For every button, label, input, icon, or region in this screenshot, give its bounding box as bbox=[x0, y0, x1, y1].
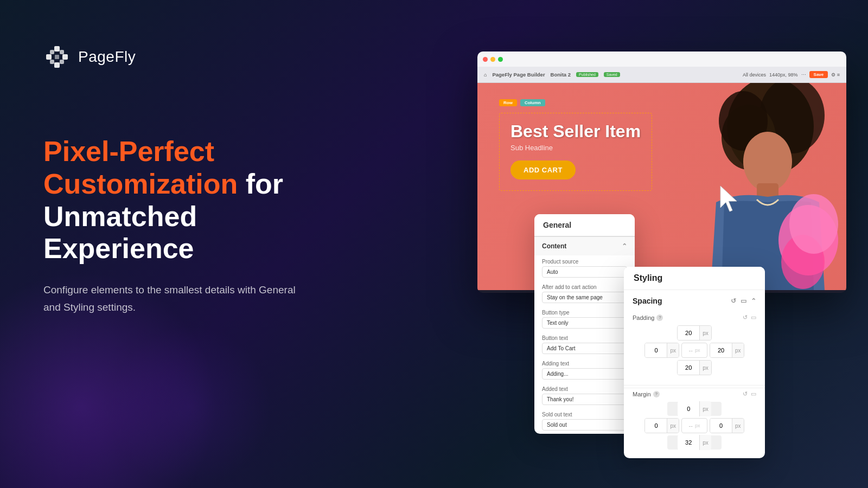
browser-dot-maximize[interactable] bbox=[498, 57, 503, 62]
published-badge: Published bbox=[576, 72, 598, 77]
save-button[interactable]: Save bbox=[809, 71, 828, 78]
sold-out-input[interactable] bbox=[542, 419, 627, 431]
styling-panel: Styling Spacing ↺ ▭ ⌃ Padding ? ↺ ▭ px bbox=[624, 267, 765, 458]
headline: Pixel-Perfect Customization for Unmatche… bbox=[43, 136, 347, 265]
after-add-label: After add to cart action bbox=[542, 284, 627, 290]
padding-bottom-unit: px bbox=[699, 361, 711, 375]
margin-bottom-input[interactable] bbox=[678, 435, 699, 450]
padding-top-unit: px bbox=[699, 326, 711, 340]
margin-label: Margin ? ↺ ▭ bbox=[633, 390, 756, 397]
collapse-spacing-icon[interactable]: ⌃ bbox=[751, 297, 756, 305]
sold-out-field: Sold out text bbox=[534, 408, 635, 434]
padding-right-input-group: px bbox=[710, 343, 744, 358]
product-title: Best Seller Item bbox=[510, 121, 641, 142]
margin-info-icon[interactable]: ? bbox=[653, 391, 660, 397]
product-source-select[interactable]: Auto bbox=[542, 266, 627, 278]
browser-dots bbox=[483, 57, 503, 62]
svg-point-17 bbox=[789, 194, 838, 254]
pagefly-logo-icon bbox=[43, 43, 71, 70]
toolbar-more[interactable]: ⚙ ≡ bbox=[831, 72, 840, 78]
person-image bbox=[640, 83, 846, 290]
page-name: Bonita 2 bbox=[551, 72, 571, 78]
device-icon[interactable]: ▭ bbox=[741, 297, 746, 305]
spacing-header: Spacing ↺ ▭ ⌃ bbox=[624, 290, 765, 310]
adding-text-label: Adding text bbox=[542, 361, 627, 367]
collapse-icon[interactable]: ⌃ bbox=[622, 242, 627, 250]
adding-text-field: Adding text bbox=[534, 357, 635, 383]
general-tab[interactable]: General bbox=[534, 214, 635, 237]
spacing-header-icons: ↺ ▭ ⌃ bbox=[731, 297, 756, 305]
logo-text: PageFly bbox=[78, 48, 136, 66]
product-banner: Row Column Best Seller Item Sub Headline… bbox=[477, 83, 846, 290]
padding-top-input[interactable] bbox=[678, 326, 699, 340]
svg-marker-18 bbox=[720, 186, 737, 211]
product-dashed-box: Best Seller Item Sub Headline ADD CART bbox=[499, 113, 652, 191]
button-text-input[interactable] bbox=[542, 343, 627, 354]
adding-text-input[interactable] bbox=[542, 368, 627, 380]
padding-top-row: px bbox=[633, 325, 756, 341]
browser-dot-close[interactable] bbox=[483, 57, 488, 62]
button-text-label: Button text bbox=[542, 335, 627, 341]
button-type-select[interactable]: Text only bbox=[542, 317, 627, 329]
padding-reset-icon[interactable]: ↺ bbox=[743, 314, 748, 321]
after-add-select[interactable]: Stay on the same page bbox=[542, 292, 627, 303]
logo: PageFly bbox=[43, 43, 347, 70]
button-type-wrapper: Text only bbox=[542, 317, 627, 329]
row-badge: Row bbox=[499, 99, 517, 106]
panel-separator bbox=[624, 385, 765, 386]
content-section-header: Content ⌃ bbox=[534, 237, 635, 255]
svg-rect-1 bbox=[46, 54, 52, 60]
toolbar-icons: ⋯ bbox=[801, 72, 806, 78]
padding-left-input[interactable] bbox=[645, 343, 667, 357]
padding-bottom-row: px bbox=[633, 360, 756, 375]
zoom-label: 1440px, 98% bbox=[769, 72, 798, 78]
devices-label[interactable]: All devices bbox=[743, 72, 766, 78]
browser-dot-minimize[interactable] bbox=[490, 57, 495, 62]
margin-reset-icon[interactable]: ↺ bbox=[743, 390, 748, 397]
browser-title-bar: ⌂ PageFly Page Builder Bonita 2 Publishe… bbox=[477, 67, 846, 83]
added-text-input[interactable] bbox=[542, 394, 627, 405]
browser-toolbar-right: All devices 1440px, 98% ⋯ Save ⚙ ≡ bbox=[743, 71, 840, 78]
margin-top-row: px bbox=[633, 402, 756, 416]
content-label: Content bbox=[542, 242, 566, 250]
headline-line3: Unmatched Experience bbox=[43, 201, 347, 266]
reset-icon[interactable]: ↺ bbox=[731, 297, 736, 305]
subtext: Configure elements to the smallest detai… bbox=[43, 281, 304, 317]
margin-left-input[interactable] bbox=[645, 419, 667, 433]
svg-rect-6 bbox=[50, 60, 54, 64]
padding-right-input[interactable] bbox=[710, 343, 732, 357]
svg-rect-3 bbox=[54, 62, 60, 68]
svg-point-13 bbox=[743, 132, 792, 191]
padding-bottom-input[interactable] bbox=[678, 361, 699, 375]
padding-device-icon[interactable]: ▭ bbox=[751, 314, 756, 321]
product-source-field: Product source Auto bbox=[534, 255, 635, 281]
margin-device-icon[interactable]: ▭ bbox=[751, 390, 756, 397]
headline-line2: Customization for bbox=[43, 168, 347, 201]
svg-rect-8 bbox=[55, 55, 59, 59]
sold-out-label: Sold out text bbox=[542, 412, 627, 418]
svg-rect-2 bbox=[62, 54, 68, 60]
svg-rect-7 bbox=[60, 60, 64, 64]
col-badge: Column bbox=[520, 99, 545, 106]
padding-info-icon[interactable]: ? bbox=[656, 314, 663, 321]
margin-mid-row: px -- px px bbox=[633, 418, 756, 433]
padding-bottom-input-group: px bbox=[677, 360, 712, 375]
added-text-label: Added text bbox=[542, 386, 627, 392]
margin-top-input-group: px bbox=[678, 401, 711, 416]
added-text-field: Added text bbox=[534, 383, 635, 408]
margin-center-dash: -- px bbox=[681, 418, 707, 433]
margin-right-unit: px bbox=[732, 419, 744, 433]
styling-tab[interactable]: Styling bbox=[624, 267, 765, 290]
svg-rect-4 bbox=[50, 50, 54, 54]
padding-mid-row: px -- px px bbox=[633, 343, 756, 358]
margin-right-input-group: px bbox=[710, 418, 744, 433]
margin-top-input[interactable] bbox=[678, 401, 699, 416]
svg-rect-5 bbox=[60, 50, 64, 54]
browser-window: ⌂ PageFly Page Builder Bonita 2 Publishe… bbox=[477, 52, 846, 293]
add-cart-button[interactable]: ADD CART bbox=[510, 160, 576, 179]
saved-badge: Saved bbox=[604, 72, 620, 77]
margin-bottom-row: px bbox=[633, 435, 756, 450]
nav-home-icon[interactable]: ⌂ bbox=[484, 72, 487, 78]
margin-right-input[interactable] bbox=[710, 419, 732, 433]
padding-right-unit: px bbox=[732, 343, 744, 357]
